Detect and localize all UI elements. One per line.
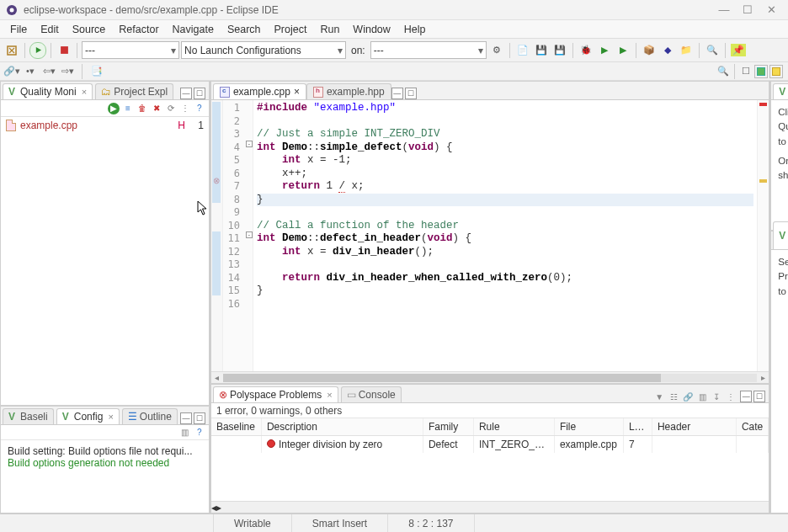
pin-button[interactable]: 📌	[730, 42, 747, 59]
new-class-button[interactable]: ◆	[659, 42, 676, 59]
view-minimize-button[interactable]: —	[180, 412, 192, 424]
search-toolbar-button[interactable]: 🔍	[704, 42, 721, 59]
view-maximize-button[interactable]: ☐	[753, 391, 765, 402]
link-icon[interactable]: 🔗▾	[5, 65, 19, 78]
close-icon[interactable]: ×	[82, 87, 87, 97]
group-button[interactable]: ☷	[668, 391, 679, 402]
quick-access-button[interactable]: 🔍	[716, 65, 730, 78]
menu-search[interactable]: Search	[221, 22, 268, 37]
menu-file[interactable]: File	[3, 22, 34, 37]
col-description[interactable]: Description	[262, 418, 423, 435]
problems-hscrollbar[interactable]: ◂ ▸	[211, 501, 769, 513]
save-all-button[interactable]: 💾	[551, 42, 568, 59]
link-button[interactable]: 🔗	[682, 391, 694, 402]
launch-target-settings-button[interactable]: ⚙	[488, 42, 505, 59]
col-rule[interactable]: Rule	[474, 418, 555, 435]
close-icon[interactable]: ×	[108, 412, 113, 422]
run-button[interactable]	[29, 42, 46, 59]
scroll-right-button[interactable]: ▸	[757, 373, 769, 382]
close-icon[interactable]: ×	[327, 390, 332, 400]
col-category[interactable]: Cate	[737, 418, 769, 435]
menu-refactor[interactable]: Refactor	[112, 22, 165, 37]
menu-navigate[interactable]: Navigate	[166, 22, 221, 37]
col-file[interactable]: File	[555, 418, 624, 435]
fold-toggle[interactable]: -	[246, 141, 253, 147]
editor-tab-example-cpp[interactable]: example.cpp ×	[213, 83, 306, 99]
col-family[interactable]: Family	[423, 418, 474, 435]
qm-help-button[interactable]: ?	[194, 103, 205, 114]
menu-run[interactable]: Run	[313, 22, 346, 37]
perspective-1-button[interactable]	[754, 65, 768, 78]
launch-config-select-1[interactable]: ---▾	[82, 41, 179, 59]
tab-configuration[interactable]: V Config ×	[56, 408, 120, 424]
col-header[interactable]: Header	[652, 418, 737, 435]
scroll-thumb[interactable]	[223, 374, 661, 382]
launch-config-select-2[interactable]: No Launch Configurations▾	[181, 41, 346, 59]
qm-refresh-button[interactable]: ⟳	[165, 103, 177, 114]
tab-project-explorer[interactable]: 🗂 Project Expl	[95, 83, 173, 99]
menu-help[interactable]: Help	[397, 22, 433, 37]
window-maximize-button[interactable]: ☐	[736, 2, 759, 19]
menu-button[interactable]: ⋮	[725, 391, 737, 402]
col-baseline[interactable]: Baseline	[211, 418, 262, 435]
debug-button[interactable]: 🐞	[578, 42, 594, 59]
nav-back-button[interactable]: ⇦▾	[42, 65, 56, 78]
window-minimize-button[interactable]: —	[712, 2, 736, 19]
overview-error-mark[interactable]	[759, 103, 767, 106]
qm-file-row[interactable]: example.cpp H 1	[1, 117, 209, 134]
nav-forward-button[interactable]: ⇨▾	[61, 65, 74, 78]
qm-run-button[interactable]: ▶	[108, 103, 120, 114]
open-type-button[interactable]: 📑	[90, 65, 104, 78]
filter-button[interactable]: ▼	[653, 391, 665, 402]
launch-target-select[interactable]: ---▾	[370, 41, 487, 59]
new-cpp-button[interactable]: 📦	[641, 42, 658, 59]
problem-row[interactable]: Integer division by zero Defect INT_ZERO…	[211, 436, 769, 453]
menu-project[interactable]: Project	[268, 22, 314, 37]
view-maximize-button[interactable]: ☐	[194, 88, 205, 99]
new-folder-button[interactable]: 📁	[678, 42, 695, 59]
menu-window[interactable]: Window	[346, 22, 397, 37]
bullet-icon[interactable]: •▾	[24, 65, 37, 78]
coverage-button[interactable]: ▶	[615, 42, 631, 59]
tab-polyspace-problems[interactable]: ⊗ Polyspace Problems ×	[213, 386, 338, 402]
stop-button[interactable]	[56, 42, 72, 59]
perspective-2-button[interactable]	[769, 65, 783, 78]
qm-stop-button[interactable]: ✖	[151, 103, 162, 114]
new-button[interactable]: 📄	[514, 42, 531, 59]
scroll-right-button[interactable]: ▸	[216, 502, 221, 513]
close-icon[interactable]: ×	[294, 86, 300, 98]
tab-result-details[interactable]: V Result Details ×	[773, 221, 788, 249]
open-perspective-button[interactable]: ☐	[739, 65, 753, 78]
build-button[interactable]	[3, 42, 20, 59]
scroll-left-button[interactable]: ◂	[211, 373, 223, 382]
tab-quality-monitoring[interactable]: V Quality Moni ×	[3, 83, 93, 99]
overview-ruler[interactable]	[757, 100, 769, 371]
cfg-help-button[interactable]: ?	[194, 427, 205, 439]
qm-flat-button[interactable]: ≡	[122, 103, 134, 114]
col-line[interactable]: Line	[624, 418, 652, 435]
save-button[interactable]: 💾	[533, 42, 550, 59]
run-last-button[interactable]: ▶	[596, 42, 613, 59]
scroll-track[interactable]	[223, 374, 757, 382]
editor-maximize-button[interactable]: ☐	[405, 88, 417, 99]
view-maximize-button[interactable]: ☐	[194, 412, 205, 424]
fold-toggle[interactable]: -	[246, 231, 253, 238]
window-close-button[interactable]: ✕	[759, 2, 783, 19]
editor-tab-example-hpp[interactable]: example.hpp	[306, 83, 391, 99]
tab-outline[interactable]: ☰ Outline	[122, 408, 178, 424]
qm-delete-button[interactable]: 🗑	[136, 103, 148, 114]
editor-minimize-button[interactable]: —	[391, 88, 403, 99]
menu-edit[interactable]: Edit	[34, 22, 66, 37]
editor-hscrollbar[interactable]: ◂ ▸	[211, 371, 769, 383]
qm-menu-button[interactable]: ⋮	[179, 103, 191, 114]
view-minimize-button[interactable]: —	[740, 391, 752, 402]
view-minimize-button[interactable]: —	[180, 88, 192, 99]
code-editor[interactable]: ⊗ 1 2 3 4 5 6 7 8 9 10 11 12 13 14 15 16…	[211, 100, 769, 371]
tab-console[interactable]: ▭ Console	[341, 386, 402, 402]
export-button[interactable]: ↧	[711, 391, 722, 402]
tab-baseline[interactable]: V Baseli	[3, 408, 54, 424]
tab-headers[interactable]: V Headers ×	[773, 83, 788, 99]
cfg-edit-button[interactable]: ▥	[179, 427, 191, 439]
columns-button[interactable]: ▥	[696, 391, 708, 402]
code-text-area[interactable]: #include "example.hpp" // Just a simple …	[253, 100, 757, 371]
